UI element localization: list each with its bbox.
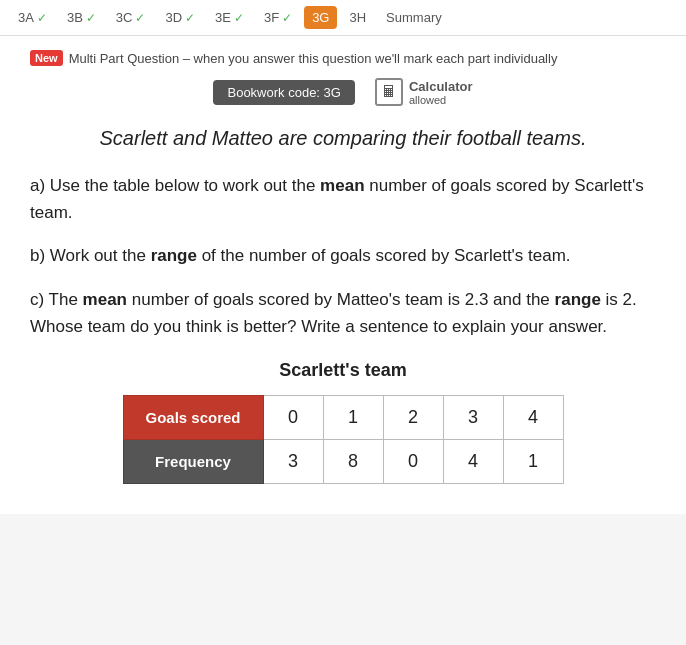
mean-bold-a: mean: [320, 176, 364, 195]
nav-item-3d[interactable]: 3D ✓: [157, 6, 203, 29]
main-content: New Multi Part Question – when you answe…: [0, 36, 686, 514]
calculator-box: 🖩 Calculator allowed: [375, 78, 473, 106]
check-3e: ✓: [234, 11, 244, 25]
nav-item-3b[interactable]: 3B ✓: [59, 6, 104, 29]
bookwork-code-button[interactable]: Bookwork code: 3G: [213, 80, 354, 105]
goals-val-2: 2: [383, 395, 443, 439]
table-row-freq: Frequency 3 8 0 4 1: [123, 439, 563, 483]
nav-item-3f[interactable]: 3F ✓: [256, 6, 300, 29]
freq-val-1: 8: [323, 439, 383, 483]
nav-label-3e: 3E: [215, 10, 231, 25]
nav-label-3f: 3F: [264, 10, 279, 25]
goals-val-3: 3: [443, 395, 503, 439]
calculator-sub: allowed: [409, 94, 473, 106]
goals-val-0: 0: [263, 395, 323, 439]
freq-label: Frequency: [123, 439, 263, 483]
nav-label-3a: 3A: [18, 10, 34, 25]
data-table: Goals scored 0 1 2 3 4 Frequency 3 8 0 4…: [123, 395, 564, 484]
mean-bold-c: mean: [83, 290, 127, 309]
check-3d: ✓: [185, 11, 195, 25]
notice-bar: New Multi Part Question – when you answe…: [30, 50, 656, 66]
calculator-text: Calculator allowed: [409, 79, 473, 106]
calculator-label: Calculator: [409, 79, 473, 94]
nav-bar: 3A ✓ 3B ✓ 3C ✓ 3D ✓ 3E ✓ 3F ✓ 3G 3H Summ…: [0, 0, 686, 36]
nav-item-3g[interactable]: 3G: [304, 6, 337, 29]
check-3b: ✓: [86, 11, 96, 25]
goals-val-4: 4: [503, 395, 563, 439]
table-section: Scarlett's team Goals scored 0 1 2 3 4 F…: [30, 360, 656, 484]
range-bold-b: range: [151, 246, 197, 265]
nav-item-3c[interactable]: 3C ✓: [108, 6, 154, 29]
nav-item-summary[interactable]: Summary: [378, 6, 450, 29]
freq-val-4: 1: [503, 439, 563, 483]
bookwork-bar: Bookwork code: 3G 🖩 Calculator allowed: [30, 78, 656, 106]
table-title: Scarlett's team: [30, 360, 656, 381]
part-c: c) The mean number of goals scored by Ma…: [30, 286, 656, 340]
check-3c: ✓: [135, 11, 145, 25]
nav-label-summary: Summary: [386, 10, 442, 25]
freq-val-0: 3: [263, 439, 323, 483]
nav-label-3d: 3D: [165, 10, 182, 25]
nav-label-3c: 3C: [116, 10, 133, 25]
nav-label-3b: 3B: [67, 10, 83, 25]
goals-val-1: 1: [323, 395, 383, 439]
table-row-goals: Goals scored 0 1 2 3 4: [123, 395, 563, 439]
check-3a: ✓: [37, 11, 47, 25]
goals-label: Goals scored: [123, 395, 263, 439]
freq-val-2: 0: [383, 439, 443, 483]
new-badge: New: [30, 50, 63, 66]
nav-item-3e[interactable]: 3E ✓: [207, 6, 252, 29]
nav-item-3h[interactable]: 3H: [341, 6, 374, 29]
part-a: a) Use the table below to work out the m…: [30, 172, 656, 226]
nav-item-3a[interactable]: 3A ✓: [10, 6, 55, 29]
notice-text: Multi Part Question – when you answer th…: [69, 51, 558, 66]
question-intro: Scarlett and Matteo are comparing their …: [30, 124, 656, 152]
calculator-icon: 🖩: [375, 78, 403, 106]
part-b: b) Work out the range of the number of g…: [30, 242, 656, 269]
range-bold-c: range: [555, 290, 601, 309]
freq-val-3: 4: [443, 439, 503, 483]
check-3f: ✓: [282, 11, 292, 25]
nav-label-3g: 3G: [312, 10, 329, 25]
nav-label-3h: 3H: [349, 10, 366, 25]
